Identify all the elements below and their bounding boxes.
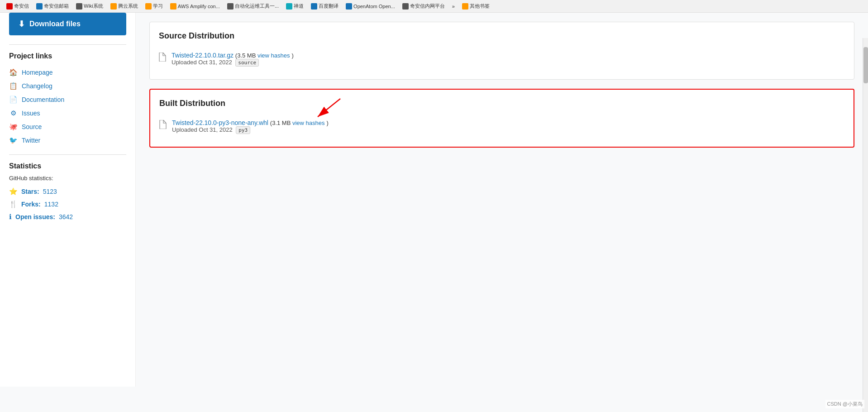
file-icon-built — [159, 120, 167, 131]
open-issues-value: 3642 — [59, 213, 73, 220]
changelog-icon: 📋 — [9, 82, 17, 90]
bookmark-learn[interactable]: 学习 — [143, 2, 166, 10]
fork-icon: 🍴 — [9, 200, 18, 208]
bookmark-intranet[interactable]: 奇安信内网平台 — [400, 2, 448, 10]
source-view-hashes-link[interactable]: view hashes — [258, 52, 290, 59]
bookmark-favicon — [110, 3, 117, 10]
stars-label: Stars: — [21, 188, 39, 195]
download-files-button[interactable]: ⬇ Download files — [9, 13, 126, 35]
bookmark-mail[interactable]: 奇安信邮箱 — [33, 2, 72, 10]
bookmark-favicon — [6, 3, 13, 10]
bookmark-qianxin[interactable]: 奇安信 — [4, 2, 32, 10]
bookmark-auto[interactable]: 自动化运维工具一... — [224, 2, 281, 10]
built-file-row: Twisted-22.10.0-py3-none-any.whl (3.1 MB… — [159, 115, 844, 138]
sidebar-divider-top — [9, 44, 126, 45]
bookmark-favicon — [76, 3, 82, 10]
built-file-name-row: Twisted-22.10.0-py3-none-any.whl (3.1 MB… — [172, 119, 844, 126]
sidebar-link-twitter[interactable]: 🐦 Twitter — [9, 134, 126, 147]
built-uploaded-text: Uploaded Oct 31, 2022 — [172, 126, 233, 133]
main-content: Source Distribution Twisted-22.10.0.tar.… — [136, 13, 868, 387]
source-file-link[interactable]: Twisted-22.10.0.tar.gz — [172, 52, 234, 59]
bookmark-aws[interactable]: AWS Amplify con... — [167, 2, 223, 10]
statistics-title: Statistics — [9, 162, 126, 170]
bookmark-label: 自动化运维工具一... — [235, 3, 279, 10]
source-file-meta: Uploaded Oct 31, 2022 source — [172, 59, 845, 67]
bookmark-label: OpenAtom Open... — [353, 4, 395, 9]
source-file-name-row: Twisted-22.10.0.tar.gz (3.5 MB view hash… — [172, 52, 845, 59]
bookmark-favicon — [145, 3, 152, 10]
bookmark-label: AWS Amplify con... — [178, 4, 220, 9]
sidebar-link-changelog-label: Changelog — [22, 82, 52, 90]
bookmark-more[interactable]: » — [449, 3, 458, 10]
bookmark-label: 奇安信 — [14, 3, 29, 10]
twitter-icon: 🐦 — [9, 136, 17, 144]
bookmark-label: Wiki系统 — [84, 3, 103, 10]
sidebar-link-issues[interactable]: ⚙ Issues — [9, 106, 126, 120]
stars-value: 5123 — [43, 188, 57, 195]
sidebar-link-changelog[interactable]: 📋 Changelog — [9, 79, 126, 93]
source-distribution-section: Source Distribution Twisted-22.10.0.tar.… — [149, 22, 854, 80]
built-closing-paren: ) — [326, 120, 328, 126]
issues-count-icon: ℹ — [9, 213, 12, 221]
built-file-meta: Uploaded Oct 31, 2022 py3 — [172, 126, 844, 134]
bookmark-label: 奇安信邮箱 — [44, 3, 69, 10]
download-icon: ⬇ — [18, 19, 25, 29]
bookmark-favicon — [402, 3, 409, 10]
right-scrollbar[interactable] — [863, 38, 868, 387]
source-badge: source — [235, 59, 259, 67]
bookmark-label: 禅道 — [294, 3, 304, 10]
bookmark-other[interactable]: 其他书签 — [459, 2, 492, 10]
sidebar-divider-bottom — [9, 154, 126, 155]
sidebar-link-documentation-label: Documentation — [22, 96, 64, 103]
bookmark-label: 腾云系统 — [118, 3, 138, 10]
bookmark-label: 其他书签 — [470, 3, 490, 10]
stats-forks: 🍴 Forks: 1132 — [9, 198, 126, 211]
built-file-size: (3.1 MB — [270, 120, 292, 126]
sidebar-link-twitter-label: Twitter — [22, 137, 40, 144]
download-button-label: Download files — [29, 20, 81, 28]
built-file-link[interactable]: Twisted-22.10.0-py3-none-any.whl — [172, 119, 268, 126]
source-file-size: (3.5 MB — [235, 52, 258, 59]
built-distribution-title: Built Distribution — [159, 99, 844, 108]
bookmark-openatom[interactable]: OpenAtom Open... — [343, 2, 398, 10]
sidebar-link-homepage-label: Homepage — [22, 69, 53, 76]
built-distribution-section: Built Distribution Twisted-22.10.0-py3-n… — [149, 89, 854, 148]
documentation-icon: 📄 — [9, 96, 17, 104]
source-uploaded-text: Uploaded Oct 31, 2022 — [172, 59, 232, 66]
bookmark-teng[interactable]: 腾云系统 — [108, 2, 141, 10]
bookmark-favicon — [311, 3, 317, 10]
built-file-info: Twisted-22.10.0-py3-none-any.whl (3.1 MB… — [172, 119, 844, 134]
file-icon-source — [159, 53, 166, 63]
page-layout: ⬇ Download files Project links 🏠 Homepag… — [0, 13, 868, 387]
bookmark-baidu[interactable]: 百度翻译 — [308, 2, 341, 10]
github-stats-label: GitHub statistics: — [9, 175, 126, 182]
forks-value: 1132 — [44, 201, 58, 208]
built-badge: py3 — [236, 126, 250, 134]
source-file-info: Twisted-22.10.0.tar.gz (3.5 MB view hash… — [172, 52, 845, 67]
bookmark-wiki[interactable]: Wiki系统 — [73, 2, 106, 10]
bookmark-bar: 奇安信 奇安信邮箱 Wiki系统 腾云系统 学习 AWS Amplify con… — [0, 0, 868, 13]
bookmark-label: 百度翻译 — [319, 3, 339, 10]
source-closing-paren: ) — [291, 52, 293, 59]
stats-stars: ⭐ Stars: 5123 — [9, 185, 126, 198]
bookmark-zen[interactable]: 禅道 — [283, 2, 306, 10]
bookmark-label: 学习 — [153, 3, 163, 10]
issues-icon: ⚙ — [9, 109, 17, 117]
bookmark-favicon — [227, 3, 234, 10]
open-issues-label: Open issues: — [15, 213, 55, 220]
source-distribution-title: Source Distribution — [159, 31, 845, 41]
sidebar-link-homepage[interactable]: 🏠 Homepage — [9, 66, 126, 79]
source-file-row: Twisted-22.10.0.tar.gz (3.5 MB view hash… — [159, 48, 845, 70]
source-icon: 🐙 — [9, 123, 17, 131]
bookmark-favicon — [286, 3, 292, 10]
bookmark-favicon — [170, 3, 176, 10]
bookmark-favicon — [36, 3, 43, 10]
sidebar-link-documentation[interactable]: 📄 Documentation — [9, 93, 126, 106]
home-icon: 🏠 — [9, 68, 17, 77]
bookmark-label: 奇安信内网平台 — [410, 3, 445, 10]
scrollbar-thumb[interactable] — [863, 47, 868, 83]
sidebar-link-issues-label: Issues — [22, 110, 40, 117]
built-view-hashes-link[interactable]: view hashes — [292, 120, 325, 126]
sidebar-link-source[interactable]: 🐙 Source — [9, 120, 126, 134]
stats-open-issues: ℹ Open issues: 3642 — [9, 211, 126, 223]
